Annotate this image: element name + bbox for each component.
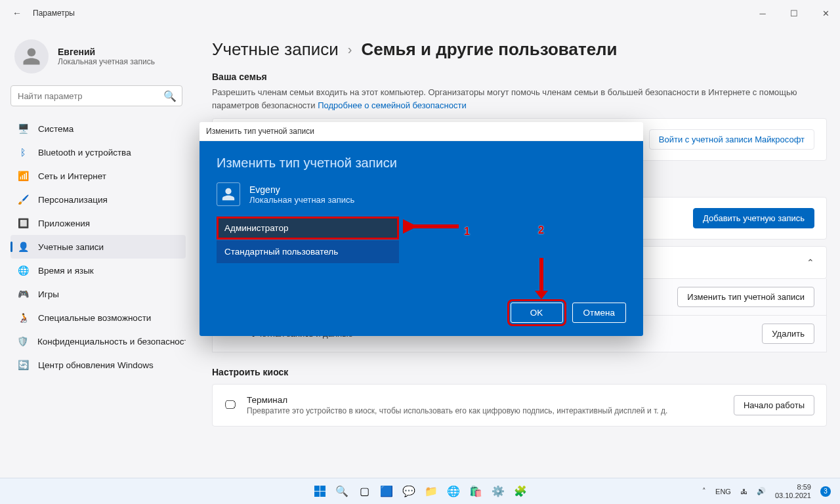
nav-network[interactable]: 📶Сеть и Интернет: [10, 164, 186, 188]
chevron-up-icon: ⌃: [807, 257, 814, 268]
change-account-type-button[interactable]: Изменить тип учетной записи: [677, 287, 814, 307]
nav-accessibility[interactable]: 🧑‍🦽Специальные возможности: [10, 306, 186, 329]
nav-list: 🖥️Система ᛒBluetooth и устройства 📶Сеть …: [10, 117, 186, 377]
ms-signin-button[interactable]: Войти с учетной записи Майкрософт: [649, 129, 814, 150]
nav-label: Система: [38, 124, 74, 134]
clock[interactable]: 8:59 03.10.2021: [775, 483, 811, 499]
delete-account-button[interactable]: Удалить: [762, 324, 814, 344]
annotation-arrow-2: [532, 255, 551, 301]
cancel-button[interactable]: Отмена: [572, 303, 626, 323]
bluetooth-icon: ᛒ: [17, 146, 29, 158]
breadcrumb-current: Семья и другие пользователи: [361, 39, 617, 60]
nav-system[interactable]: 🖥️Система: [10, 117, 186, 140]
accessibility-icon: 🧑‍🦽: [17, 312, 29, 324]
search-input[interactable]: [10, 85, 182, 106]
volume-icon[interactable]: 🔊: [757, 487, 766, 495]
apps-icon: 🔲: [17, 217, 29, 229]
chat-icon[interactable]: 💬: [400, 482, 418, 501]
breadcrumb: Учетные записи › Семья и другие пользова…: [212, 39, 827, 60]
add-account-button[interactable]: Добавить учетную запись: [693, 208, 814, 228]
dialog-titlebar: Изменить тип учетной записи: [200, 122, 643, 141]
taskbar: 🔍 ▢ 🟦 💬 📁 🌐 🛍️ ⚙️ 🧩 ˄ ENG 🖧 🔊 8:59 03.10…: [0, 478, 840, 504]
back-button[interactable]: ←: [8, 8, 26, 18]
display-icon: 🖥️: [17, 123, 29, 135]
task-view-icon[interactable]: ▢: [355, 482, 373, 501]
window-title: Параметры: [33, 9, 75, 18]
edge-icon[interactable]: 🌐: [444, 482, 463, 501]
window-titlebar: ← Параметры ─ ☐ ✕: [0, 0, 840, 26]
dialog-user-name: Evgeny: [249, 184, 354, 195]
sidebar: Евгений Локальная учетная запись 🔍 🖥️Сис…: [0, 26, 194, 479]
update-icon: 🔄: [17, 359, 29, 371]
user-avatar-icon: [14, 39, 49, 74]
notification-badge[interactable]: 3: [820, 486, 831, 497]
taskbar-center: 🔍 ▢ 🟦 💬 📁 🌐 🛍️ ⚙️ 🧩: [310, 482, 530, 501]
user-subtitle: Локальная учетная запись: [58, 57, 155, 66]
language-indicator[interactable]: ENG: [715, 488, 731, 495]
brush-icon: 🖌️: [17, 194, 29, 205]
user-name: Евгений: [58, 47, 155, 57]
settings-icon[interactable]: ⚙️: [489, 482, 507, 501]
nav-label: Приложения: [38, 219, 90, 228]
close-button[interactable]: ✕: [819, 9, 832, 18]
nav-privacy[interactable]: 🛡️Конфиденциальность и безопасность: [10, 329, 186, 353]
nav-personalization[interactable]: 🖌️Персонализация: [10, 188, 186, 211]
annotation-label-1: 1: [464, 226, 470, 238]
family-safety-link[interactable]: Подробнее о семейной безопасности: [318, 100, 467, 110]
app-icon[interactable]: 🧩: [511, 482, 530, 501]
family-heading: Ваша семья: [212, 72, 827, 82]
kiosk-heading: Настроить киоск: [212, 367, 827, 377]
windows-logo-icon: [314, 486, 326, 497]
nav-label: Игры: [38, 289, 59, 299]
clock-time: 8:59: [775, 483, 811, 492]
kiosk-subtitle: Превратите это устройство в киоск, чтобы…: [247, 406, 723, 415]
nav-time-language[interactable]: 🌐Время и язык: [10, 259, 186, 282]
dialog-user-block: Evgeny Локальная учетная запись: [217, 182, 626, 206]
option-administrator[interactable]: Администратор: [217, 217, 399, 240]
option-standard-user[interactable]: Стандартный пользователь: [217, 240, 399, 263]
search-box[interactable]: 🔍: [10, 85, 186, 106]
nav-gaming[interactable]: 🎮Игры: [10, 282, 186, 306]
minimize-button[interactable]: ─: [756, 9, 769, 18]
wifi-icon: 📶: [17, 170, 29, 182]
nav-windows-update[interactable]: 🔄Центр обновления Windows: [10, 353, 186, 377]
globe-icon: 🌐: [17, 264, 29, 276]
breadcrumb-root[interactable]: Учетные записи: [212, 39, 339, 60]
nav-label: Центр обновления Windows: [38, 360, 154, 370]
system-tray: ˄ ENG 🖧 🔊 8:59 03.10.2021 3: [702, 483, 840, 499]
family-description: Разрешить членам семьи входить на этот к…: [212, 86, 827, 112]
dialog-heading: Изменить тип учетной записи: [217, 156, 626, 171]
nav-label: Сеть и Интернет: [38, 171, 106, 181]
widgets-icon[interactable]: 🟦: [377, 482, 396, 501]
file-explorer-icon[interactable]: 📁: [422, 482, 440, 501]
account-type-dropdown[interactable]: Администратор Стандартный пользователь: [217, 217, 399, 263]
nav-label: Персонализация: [38, 195, 108, 205]
nav-apps[interactable]: 🔲Приложения: [10, 211, 186, 235]
dialog-user-type: Локальная учетная запись: [249, 195, 354, 205]
nav-label: Конфиденциальность и безопасность: [37, 337, 186, 346]
nav-label: Учетные записи: [38, 242, 104, 252]
current-user-block[interactable]: Евгений Локальная учетная запись: [14, 39, 186, 74]
family-text: Разрешить членам семьи входить на этот к…: [212, 87, 797, 110]
maximize-button[interactable]: ☐: [788, 9, 801, 18]
kiosk-card[interactable]: 🖵 Терминал Превратите это устройство в к…: [212, 384, 827, 427]
taskbar-search-icon[interactable]: 🔍: [333, 482, 351, 501]
start-button[interactable]: [310, 482, 329, 501]
chevron-right-icon: ›: [348, 42, 352, 57]
nav-label: Специальные возможности: [38, 313, 151, 323]
store-icon[interactable]: 🛍️: [467, 482, 485, 501]
nav-bluetooth[interactable]: ᛒBluetooth и устройства: [10, 140, 186, 164]
ok-button[interactable]: OK: [511, 303, 563, 323]
annotation-arrow-1: [403, 217, 462, 236]
network-icon[interactable]: 🖧: [740, 488, 747, 495]
kiosk-title: Терминал: [247, 395, 723, 405]
nav-label: Время и язык: [38, 266, 94, 276]
gamepad-icon: 🎮: [17, 288, 29, 300]
nav-label: Bluetooth и устройства: [38, 148, 131, 158]
nav-accounts[interactable]: 👤Учетные записи: [10, 235, 186, 259]
tray-overflow-icon[interactable]: ˄: [702, 487, 706, 495]
annotation-label-2: 2: [538, 224, 544, 236]
user-icon: [217, 182, 240, 206]
kiosk-start-button[interactable]: Начало работы: [734, 395, 814, 415]
clock-date: 03.10.2021: [775, 492, 811, 500]
